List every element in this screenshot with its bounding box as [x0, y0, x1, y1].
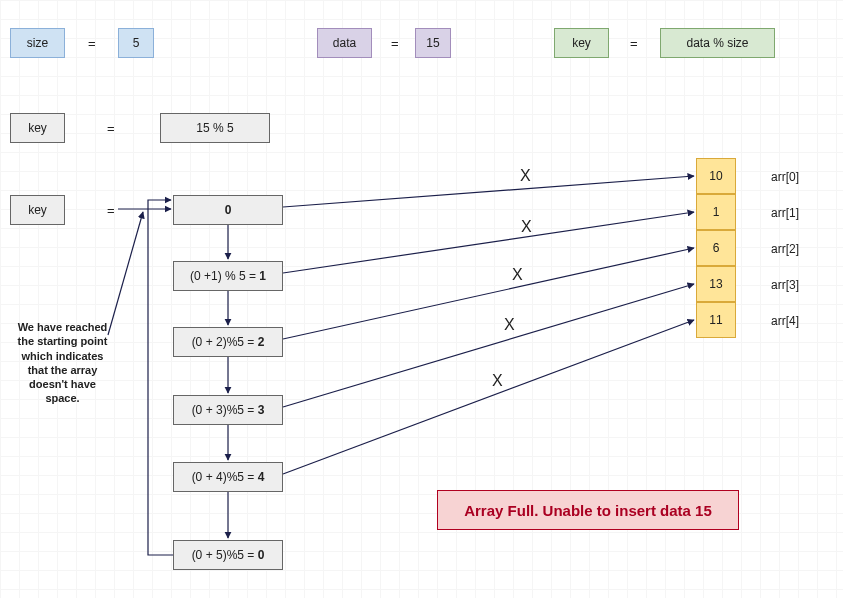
array-label-4: arr[4]	[771, 314, 799, 328]
step2-key-box: key	[10, 195, 65, 225]
probe-4-result: 4	[258, 470, 265, 484]
array-label-0: arr[0]	[771, 170, 799, 184]
probe-0-box: 0	[173, 195, 283, 225]
probe-4-prefix: (0 + 4)%5 =	[192, 470, 258, 484]
step1-expression-box: 15 % 5	[160, 113, 270, 143]
probe-2-result: 2	[258, 335, 265, 349]
collision-x-0: X	[520, 167, 531, 185]
data-label-box: data	[317, 28, 372, 58]
probe-5-prefix: (0 + 5)%5 =	[192, 548, 258, 562]
array-label-2: arr[2]	[771, 242, 799, 256]
collision-x-1: X	[521, 218, 532, 236]
array-cell-4: 11	[696, 302, 736, 338]
equals-step1: =	[107, 121, 115, 136]
array-label-3: arr[3]	[771, 278, 799, 292]
array-cell-3: 13	[696, 266, 736, 302]
collision-x-2: X	[512, 266, 523, 284]
svg-line-11	[108, 212, 143, 335]
probe-5-box: (0 + 5)%5 = 0	[173, 540, 283, 570]
probe-1-result: 1	[259, 269, 266, 283]
probe-3-box: (0 + 3)%5 = 3	[173, 395, 283, 425]
svg-line-7	[283, 248, 694, 339]
probe-2-box: (0 + 2)%5 = 2	[173, 327, 283, 357]
alert-array-full: Array Full. Unable to insert data 15	[437, 490, 739, 530]
equals-key: =	[630, 36, 638, 51]
svg-line-6	[283, 212, 694, 273]
svg-line-5	[283, 176, 694, 207]
equals-size: =	[88, 36, 96, 51]
size-label-box: size	[10, 28, 65, 58]
collision-x-3: X	[504, 316, 515, 334]
svg-line-8	[283, 284, 694, 407]
array-cell-1: 1	[696, 194, 736, 230]
equals-data: =	[391, 36, 399, 51]
probe-3-prefix: (0 + 3)%5 =	[192, 403, 258, 417]
size-value-box: 5	[118, 28, 154, 58]
probe-4-box: (0 + 4)%5 = 4	[173, 462, 283, 492]
step1-key-box: key	[10, 113, 65, 143]
svg-line-9	[283, 320, 694, 474]
key-formula-box: data % size	[660, 28, 775, 58]
array-label-1: arr[1]	[771, 206, 799, 220]
probe-1-prefix: (0 +1) % 5 =	[190, 269, 259, 283]
equals-step2: =	[107, 203, 115, 218]
collision-x-4: X	[492, 372, 503, 390]
probe-5-result: 0	[258, 548, 265, 562]
probe-2-prefix: (0 + 2)%5 =	[192, 335, 258, 349]
key-label-box: key	[554, 28, 609, 58]
probe-3-result: 3	[258, 403, 265, 417]
array-cell-0: 10	[696, 158, 736, 194]
note-start-point: We have reached the starting point which…	[15, 320, 110, 406]
probe-1-box: (0 +1) % 5 = 1	[173, 261, 283, 291]
data-value-box: 15	[415, 28, 451, 58]
array-cell-2: 6	[696, 230, 736, 266]
